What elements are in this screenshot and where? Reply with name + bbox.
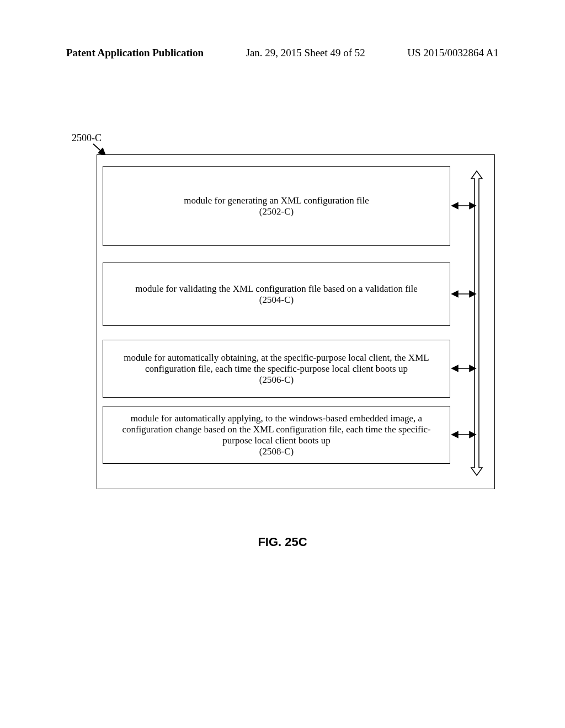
module-text: module for automatically applying, to th… bbox=[114, 413, 439, 457]
page-header: Patent Application Publication Jan. 29, … bbox=[66, 47, 499, 59]
bus-diagram-icon bbox=[453, 163, 493, 480]
module-box-2506c: module for automatically obtaining, at t… bbox=[103, 340, 450, 398]
svg-line-0 bbox=[93, 144, 105, 155]
figure-caption: FIG. 25C bbox=[0, 535, 565, 549]
module-text: module for automatically obtaining, at t… bbox=[114, 352, 439, 386]
page: Patent Application Publication Jan. 29, … bbox=[0, 0, 565, 728]
header-right: US 2015/0032864 A1 bbox=[407, 47, 499, 59]
modules-column: module for generating an XML configurati… bbox=[97, 166, 439, 478]
header-mid: Jan. 29, 2015 Sheet 49 of 52 bbox=[246, 47, 365, 59]
outer-container-box: module for generating an XML configurati… bbox=[97, 154, 495, 489]
module-text: module for generating an XML configurati… bbox=[184, 195, 369, 217]
module-box-2502c: module for generating an XML configurati… bbox=[103, 166, 450, 246]
module-box-2504c: module for validating the XML configurat… bbox=[103, 263, 450, 326]
module-box-2508c: module for automatically applying, to th… bbox=[103, 406, 450, 464]
module-text: module for validating the XML configurat… bbox=[135, 283, 418, 306]
header-left: Patent Application Publication bbox=[66, 47, 204, 59]
